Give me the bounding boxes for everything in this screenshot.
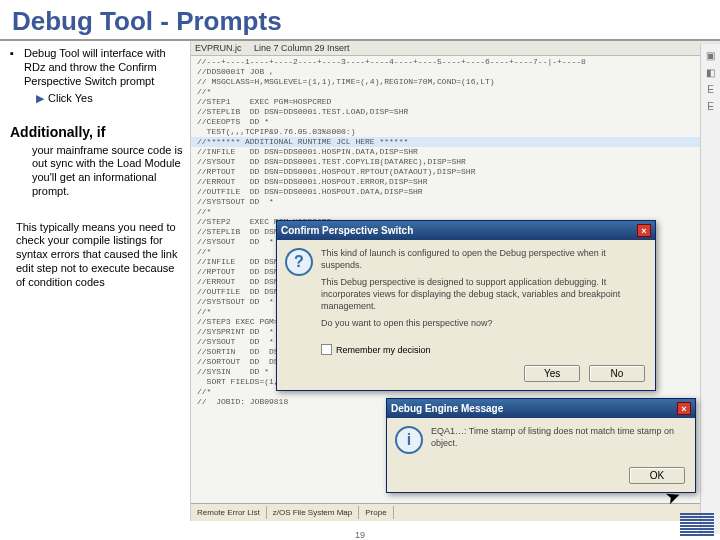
strip-icon[interactable]: E [701, 84, 720, 95]
bullet1-text: Debug Tool will interface with RDz and t… [24, 47, 186, 88]
code-line[interactable]: //STEP1 EXEC PGM=HOSPCRED [191, 97, 720, 107]
code-line[interactable]: //* [191, 87, 720, 97]
code-line[interactable]: //RPTOUT DD DSN=DDS0001.HOSPOUT.RPTOUT(D… [191, 167, 720, 177]
editor-tab[interactable]: EVPRUN.jc [195, 43, 242, 53]
question-icon [285, 248, 313, 276]
heading-additionally: Additionally, if [10, 124, 186, 142]
dlg-p3: Do you want to open this perspective now… [321, 318, 647, 330]
bullet-square: ▪ [10, 47, 24, 88]
editor-status: Line 7 Column 29 Insert [254, 43, 350, 53]
ok-button[interactable]: OK [629, 467, 685, 484]
right-icon-strip: ▣ ◧ E E [700, 44, 720, 534]
strip-icon[interactable]: ◧ [701, 67, 720, 78]
para2: your mainframe source code is out sync w… [32, 144, 186, 199]
info-icon [395, 426, 423, 454]
code-line[interactable]: //SYSTSOUT DD * [191, 197, 720, 207]
code-line[interactable]: //STEPLIB DD DSN=DDS0001.TEST.LOAD,DISP=… [191, 107, 720, 117]
sub1-text: Click Yes [48, 92, 93, 106]
dlg-p1: This kind of launch is configured to ope… [321, 248, 647, 271]
code-line[interactable]: // MSGCLASS=H,MSGLEVEL=(1,1),TIME=(,4),R… [191, 77, 720, 87]
engine-msg: EQA1…: Time stamp of listing does not ma… [431, 426, 687, 449]
tab-zos-map[interactable]: z/OS File System Map [267, 506, 360, 519]
tab-properties[interactable]: Prope [359, 506, 393, 519]
slide-title: Debug Tool - Prompts [0, 0, 720, 41]
code-line[interactable]: //INFILE DD DSN=DDS0001.HOSPIN.DATA,DISP… [191, 147, 720, 157]
dialog-confirm-perspective: Confirm Perspective Switch × This kind o… [276, 220, 656, 391]
para3: This typically means you need to check y… [16, 221, 186, 290]
code-line[interactable]: TEST(,,,TCPIP&9.76.05.03%8000:) [191, 127, 720, 137]
code-line[interactable]: //******* ADDITIONAL RUNTIME JCL HERE **… [191, 137, 720, 147]
ibm-logo [680, 513, 714, 536]
remember-checkbox[interactable] [321, 344, 332, 355]
code-line[interactable]: //ERROUT DD DSN=DDS0001.HOSPOUT.ERROR,DI… [191, 177, 720, 187]
strip-icon[interactable]: ▣ [701, 50, 720, 61]
yes-button[interactable]: Yes [524, 365, 580, 382]
close-icon[interactable]: × [637, 224, 651, 237]
editor-ruler: //---+----1----+----2----+----3----+----… [191, 56, 720, 67]
dialog-title: Confirm Perspective Switch [281, 225, 413, 236]
page-number: 19 [355, 530, 365, 540]
strip-icon[interactable]: E [701, 101, 720, 112]
no-button[interactable]: No [589, 365, 645, 382]
code-line[interactable]: //CEEOPTS DD * [191, 117, 720, 127]
tab-remote-error[interactable]: Remote Error List [191, 506, 267, 519]
triangle-icon: ▶ [36, 92, 44, 106]
dialog-title: Debug Engine Message [391, 403, 503, 414]
code-line[interactable]: //DDS0001T JOB , [191, 67, 720, 77]
code-line[interactable]: //* [191, 207, 720, 217]
dlg-p2: This Debug perspective is designed to su… [321, 277, 647, 312]
bottom-tabs: Remote Error List z/OS File System Map P… [191, 503, 720, 521]
left-column: ▪ Debug Tool will interface with RDz and… [0, 41, 190, 521]
remember-label: Remember my decision [336, 345, 431, 355]
code-line[interactable]: //SYSOUT DD DSN=DDS0001.TEST.COPYLIB(DAT… [191, 157, 720, 167]
close-icon[interactable]: × [677, 402, 691, 415]
dialog-debug-engine: Debug Engine Message × EQA1…: Time stamp… [386, 398, 696, 493]
code-line[interactable]: //OUTFILE DD DSN=DDS0001.HOSPOUT.DATA,DI… [191, 187, 720, 197]
